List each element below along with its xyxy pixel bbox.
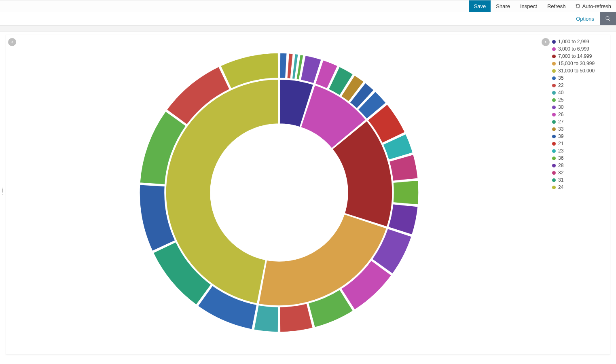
panel-resize-handle[interactable]: ⋮⋮ xyxy=(0,188,5,193)
legend-label: 15,000 to 30,999 xyxy=(558,61,595,66)
outer-slice[interactable] xyxy=(279,53,286,78)
legend-swatch xyxy=(552,120,556,124)
legend-item[interactable]: 1,000 to 2,999 xyxy=(552,39,609,44)
legend-swatch xyxy=(552,164,556,167)
legend-label: 25 xyxy=(558,97,563,103)
legend-label: 35 xyxy=(558,75,563,81)
options-button[interactable]: Options xyxy=(570,12,600,25)
legend-item[interactable]: 25 xyxy=(552,97,609,103)
legend-label: 3,000 to 6,999 xyxy=(558,46,589,52)
legend-label: 22 xyxy=(558,83,563,88)
legend-label: 21 xyxy=(558,141,563,146)
panel-prev-button[interactable] xyxy=(8,38,16,46)
legend-label: 30 xyxy=(558,104,563,110)
legend-swatch xyxy=(552,149,556,153)
legend-label: 24 xyxy=(558,184,563,190)
legend-item[interactable]: 21 xyxy=(552,141,609,146)
legend-label: 1,000 to 2,999 xyxy=(558,39,589,44)
legend-item[interactable]: 28 xyxy=(552,163,609,168)
legend-swatch xyxy=(552,55,556,58)
refresh-icon xyxy=(576,4,580,8)
legend-swatch xyxy=(552,186,556,189)
legend-item[interactable]: 30 xyxy=(552,104,609,110)
chart-legend: 1,000 to 2,9993,000 to 6,9997,000 to 14,… xyxy=(552,35,610,354)
legend-label: 28 xyxy=(558,163,563,168)
legend-swatch xyxy=(552,171,556,175)
chart-panel: ⋮⋮ 1,000 to 2,9993,000 to 6,9997,000 to … xyxy=(6,35,610,354)
legend-item[interactable]: 15,000 to 30,999 xyxy=(552,61,609,66)
legend-item[interactable]: 23 xyxy=(552,148,609,154)
auto-refresh-button[interactable]: Auto-refresh xyxy=(570,0,616,12)
legend-swatch xyxy=(552,157,556,160)
legend-item[interactable]: 3,000 to 6,999 xyxy=(552,46,609,52)
legend-item[interactable]: 22 xyxy=(552,83,609,88)
legend-item[interactable]: 7,000 to 14,999 xyxy=(552,53,609,59)
chevron-left-icon xyxy=(10,40,14,44)
legend-label: 7,000 to 14,999 xyxy=(558,53,592,59)
legend-swatch xyxy=(552,178,556,182)
legend-label: 32 xyxy=(558,170,563,176)
outer-slice[interactable] xyxy=(254,305,278,332)
legend-swatch xyxy=(552,40,556,44)
legend-swatch xyxy=(552,76,556,80)
legend-swatch xyxy=(552,127,556,131)
legend-swatch xyxy=(552,113,556,116)
legend-item[interactable]: 27 xyxy=(552,119,609,125)
auto-refresh-label: Auto-refresh xyxy=(582,3,611,9)
legend-swatch xyxy=(552,62,556,66)
legend-label: 27 xyxy=(558,119,563,125)
legend-swatch xyxy=(552,91,556,95)
search-icon xyxy=(605,16,611,21)
legend-swatch xyxy=(552,69,556,73)
legend-label: 31 xyxy=(558,177,563,183)
legend-item[interactable]: 36 xyxy=(552,155,609,161)
topbar: Save Share Inspect Refresh Auto-refresh xyxy=(0,0,616,12)
search-toggle-button[interactable] xyxy=(600,12,616,25)
legend-item[interactable]: 24 xyxy=(552,184,609,190)
donut-chart[interactable] xyxy=(6,35,552,354)
legend-item[interactable]: 32 xyxy=(552,170,609,176)
refresh-button[interactable]: Refresh xyxy=(542,0,571,12)
outer-slice[interactable] xyxy=(279,304,312,332)
legend-label: 39 xyxy=(558,133,563,139)
outer-slice[interactable] xyxy=(287,53,293,79)
legend-label: 33 xyxy=(558,126,563,132)
legend-item[interactable]: 31,000 to 50,000 xyxy=(552,68,609,74)
legend-item[interactable]: 35 xyxy=(552,75,609,81)
legend-item[interactable]: 39 xyxy=(552,133,609,139)
legend-label: 23 xyxy=(558,148,563,154)
legend-label: 26 xyxy=(558,112,563,117)
filter-bar[interactable] xyxy=(0,25,616,32)
outer-slice[interactable] xyxy=(393,180,418,205)
inspect-button[interactable]: Inspect xyxy=(515,0,542,12)
legend-item[interactable]: 31 xyxy=(552,177,609,183)
legend-item[interactable]: 40 xyxy=(552,90,609,95)
save-button[interactable]: Save xyxy=(469,0,491,12)
legend-swatch xyxy=(552,142,556,146)
legend-swatch xyxy=(552,47,556,51)
legend-item[interactable]: 33 xyxy=(552,126,609,132)
legend-label: 36 xyxy=(558,155,563,161)
legend-item[interactable]: 26 xyxy=(552,112,609,117)
legend-swatch xyxy=(552,84,556,87)
subbar: Options xyxy=(0,12,616,25)
chevron-right-icon xyxy=(544,40,548,44)
share-button[interactable]: Share xyxy=(491,0,515,12)
panel-next-button[interactable] xyxy=(542,38,550,46)
legend-swatch xyxy=(552,98,556,102)
legend-label: 31,000 to 50,000 xyxy=(558,68,595,74)
legend-swatch xyxy=(552,106,556,109)
legend-swatch xyxy=(552,135,556,138)
legend-label: 40 xyxy=(558,90,563,95)
